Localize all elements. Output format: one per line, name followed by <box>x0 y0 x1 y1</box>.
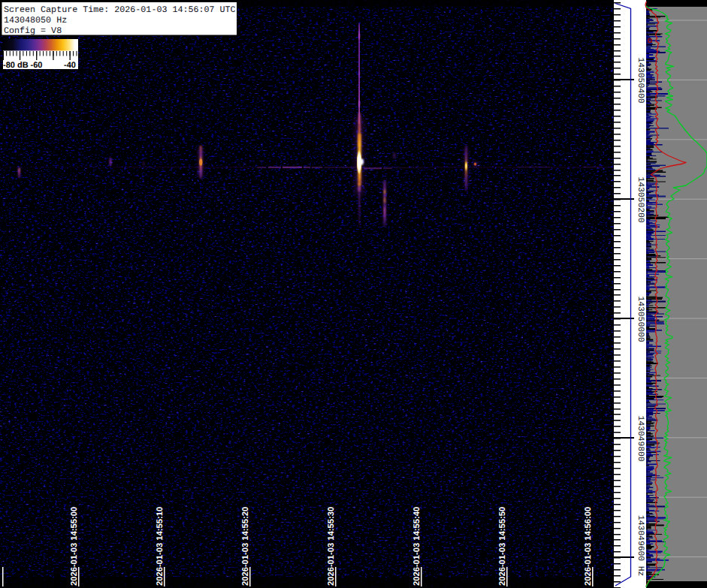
svg-text:Screen Capture Time: 2026-01-0: Screen Capture Time: 2026-01-03 14:56:07… <box>4 5 236 15</box>
svg-text:143050200: 143050200 <box>636 176 645 222</box>
svg-text:Config = V8: Config = V8 <box>4 26 62 36</box>
svg-text:-80 dB: -80 dB <box>3 61 29 70</box>
svg-text:143050000: 143050000 <box>636 296 645 342</box>
svg-text:-60: -60 <box>31 61 43 70</box>
svg-text:2026-01-03 14:56:00: 2026-01-03 14:56:00 <box>584 507 593 586</box>
svg-text:143049800: 143049800 <box>636 415 645 461</box>
svg-text:2026-01-03 14:55:10: 2026-01-03 14:55:10 <box>156 507 165 586</box>
svg-text:143049600 Hz: 143049600 Hz <box>636 515 645 576</box>
svg-text:2026-01-03 14:55:20: 2026-01-03 14:55:20 <box>241 507 250 586</box>
svg-text:143048050 Hz: 143048050 Hz <box>4 15 67 26</box>
svg-text:2026-01-03 14:55:40: 2026-01-03 14:55:40 <box>412 507 421 586</box>
svg-text:2026-01-03 14:55:50: 2026-01-03 14:55:50 <box>498 507 507 586</box>
svg-text:2026-01-03 14:55:30: 2026-01-03 14:55:30 <box>327 507 336 586</box>
svg-text:143050400: 143050400 <box>636 57 645 103</box>
svg-text:-40: -40 <box>64 61 76 70</box>
svg-text:2026-01-03 14:55:00: 2026-01-03 14:55:00 <box>70 507 79 586</box>
